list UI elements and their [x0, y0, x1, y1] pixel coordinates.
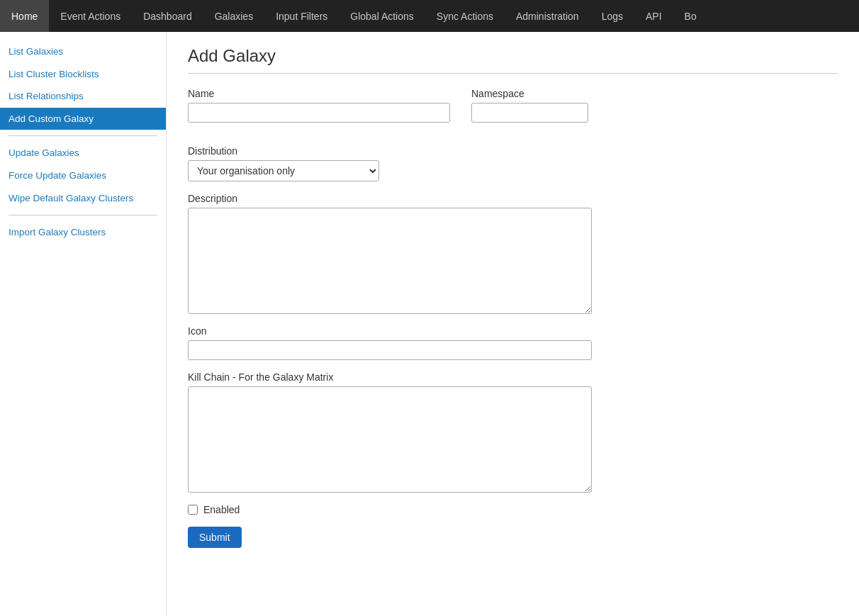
name-field-group: Name [188, 88, 450, 123]
distribution-label: Distribution [188, 145, 838, 157]
nav-api[interactable]: API [634, 0, 673, 32]
nav-home[interactable]: Home [0, 0, 49, 32]
sidebar-item-list-relationships[interactable]: List Relationships [0, 85, 166, 108]
killchain-label: Kill Chain - For the Galaxy Matrix [188, 371, 838, 383]
enabled-label: Enabled [203, 504, 240, 515]
distribution-field-group: Distribution Your organisation only This… [188, 145, 838, 181]
sidebar-item-add-custom-galaxy[interactable]: Add Custom Galaxy [0, 108, 166, 130]
nav-dashboard[interactable]: Dashboard [132, 0, 203, 32]
description-textarea[interactable] [188, 208, 592, 314]
namespace-label: Namespace [471, 88, 588, 99]
sidebar-item-update-galaxies[interactable]: Update Galaxies [0, 142, 166, 164]
submit-button[interactable]: Submit [188, 527, 242, 548]
namespace-input[interactable] [471, 103, 588, 123]
nav-logs[interactable]: Logs [590, 0, 634, 32]
nav-galaxies[interactable]: Galaxies [203, 0, 264, 32]
page-title: Add Galaxy [188, 46, 838, 74]
sidebar: List Galaxies List Cluster Blocklists Li… [0, 32, 167, 616]
nav-administration[interactable]: Administration [505, 0, 590, 32]
icon-label: Icon [188, 325, 838, 337]
distribution-select[interactable]: Your organisation only This community on… [188, 160, 379, 181]
nav-input-filters[interactable]: Input Filters [264, 0, 339, 32]
name-input[interactable] [188, 103, 450, 123]
nav-sync-actions[interactable]: Sync Actions [425, 0, 505, 32]
icon-input[interactable] [188, 340, 592, 360]
enabled-checkbox[interactable] [188, 505, 198, 515]
sidebar-item-list-galaxies[interactable]: List Galaxies [0, 40, 166, 63]
name-namespace-row: Name Namespace [188, 88, 838, 134]
sidebar-divider-2 [9, 215, 157, 215]
description-label: Description [188, 193, 838, 204]
sidebar-item-force-update-galaxies[interactable]: Force Update Galaxies [0, 164, 166, 187]
main-layout: List Galaxies List Cluster Blocklists Li… [0, 32, 859, 616]
top-navigation: Home Event Actions Dashboard Galaxies In… [0, 0, 859, 32]
nav-global-actions[interactable]: Global Actions [339, 0, 425, 32]
main-content: Add Galaxy Name Namespace Distribution Y… [167, 32, 859, 616]
sidebar-divider-1 [9, 135, 157, 136]
icon-field-group: Icon [188, 325, 838, 360]
sidebar-item-wipe-default-galaxy-clusters[interactable]: Wipe Default Galaxy Clusters [0, 187, 166, 210]
enabled-row: Enabled [188, 504, 838, 515]
nav-event-actions[interactable]: Event Actions [49, 0, 132, 32]
killchain-textarea[interactable] [188, 386, 592, 493]
nav-bo[interactable]: Bo [673, 0, 708, 32]
sidebar-item-import-galaxy-clusters[interactable]: Import Galaxy Clusters [0, 221, 166, 244]
description-field-group: Description [188, 193, 838, 314]
name-label: Name [188, 88, 450, 99]
sidebar-item-list-cluster-blocklists[interactable]: List Cluster Blocklists [0, 63, 166, 86]
killchain-field-group: Kill Chain - For the Galaxy Matrix [188, 371, 838, 493]
namespace-field-group: Namespace [471, 88, 588, 123]
